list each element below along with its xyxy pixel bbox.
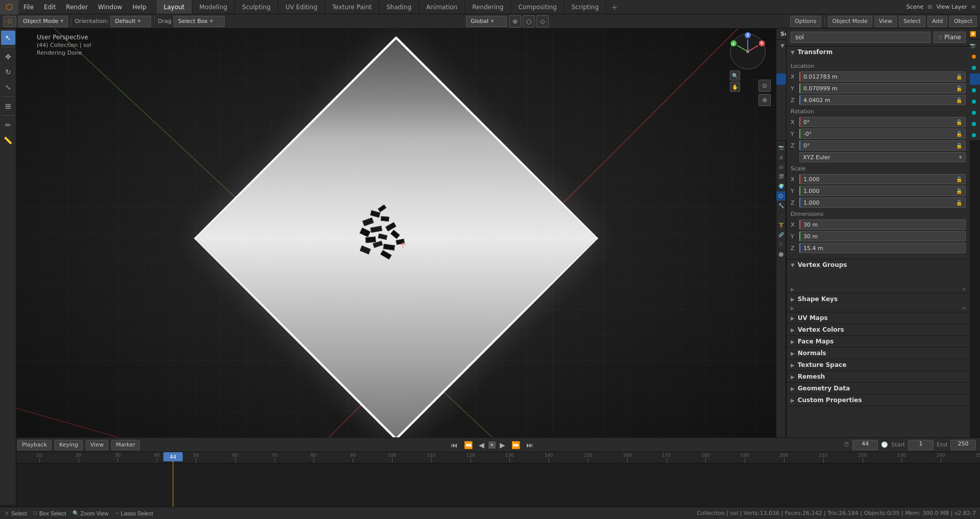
vis-render-icon[interactable]: 📷 — [969, 42, 976, 49]
location-y-field[interactable]: 0.070999 m 🔓 — [799, 83, 966, 93]
prop-icon-material[interactable]: ⬤ — [776, 250, 786, 259]
prop-icon-modifier[interactable]: 🔧 — [776, 201, 786, 210]
add-btn[interactable]: Add — [927, 16, 947, 27]
end-field[interactable]: 250 — [950, 440, 976, 450]
geometry-data-header[interactable]: ▶ Geometry Data — [787, 383, 970, 394]
prop-icon-render[interactable]: 📷 — [776, 143, 786, 152]
tab-animation[interactable]: Animation — [419, 0, 465, 14]
object-mode-tab[interactable]: Object Mode — [828, 16, 872, 27]
stop-btn[interactable]: ■ — [488, 441, 496, 449]
prop-icon-viewlayer[interactable]: 🗂 — [776, 162, 786, 171]
move-tool-btn[interactable]: ✥ — [1, 50, 15, 64]
prop-icon-scene[interactable]: 🎬 — [776, 172, 786, 181]
vertex-groups-header[interactable]: ▼ Vertex Groups — [787, 259, 970, 270]
custom-props-header[interactable]: ▶ Custom Properties — [787, 394, 970, 406]
dimension-y-field[interactable]: 30 m — [799, 231, 966, 241]
menu-help[interactable]: Help — [127, 0, 151, 14]
uv-maps-header[interactable]: ▶ UV Maps — [787, 312, 970, 324]
orientation-dropdown[interactable]: Default ▼ — [110, 16, 151, 27]
measure-tool-btn[interactable]: 📏 — [1, 133, 15, 147]
blender-icon-btn[interactable]: ⬡ — [3, 16, 16, 27]
current-frame-field[interactable]: 44 — [852, 440, 878, 450]
dimension-z-field[interactable]: 15.4 m — [799, 243, 966, 253]
menu-file[interactable]: File — [18, 0, 39, 14]
options-btn[interactable]: Options — [790, 16, 821, 27]
tab-rendering[interactable]: Rendering — [465, 0, 511, 14]
timeline-ruler[interactable]: 0102030405060708090100110120130140150160… — [0, 452, 980, 463]
prop-icon-output[interactable]: 🖨 — [776, 153, 786, 162]
scale-z-field[interactable]: 1.000 🔓 — [799, 197, 966, 208]
scale-x-field[interactable]: 1.000 🔓 — [799, 174, 966, 184]
start-field[interactable]: 1 — [908, 440, 934, 450]
proportional-btn[interactable]: ○ — [523, 15, 535, 28]
mesh-name-field[interactable]: ▽ Plane — [934, 32, 966, 43]
playback-btn[interactable]: Playback — [17, 440, 52, 450]
tab-modeling[interactable]: Modeling — [192, 0, 235, 14]
view-btn-timeline[interactable]: View — [86, 440, 108, 450]
rotation-mode-dropdown[interactable]: XYZ Euler ▼ — [799, 152, 966, 162]
filter-icon[interactable]: 🔽 — [970, 31, 976, 37]
vg-options-icon[interactable]: ≡ — [962, 287, 966, 292]
zoom-status-btn[interactable]: Zoom View — [81, 510, 109, 516]
shape-keys-header[interactable]: ▶ Shape Keys — [787, 293, 970, 305]
rotation-y-field[interactable]: -0° 🔓 — [799, 129, 966, 139]
tab-sculpting[interactable]: Sculpting — [235, 0, 278, 14]
mode-dropdown[interactable]: Object Mode ▼ — [18, 16, 68, 27]
normals-header[interactable]: ▶ Normals — [787, 348, 970, 359]
jump-end-btn[interactable]: ⏭ — [524, 441, 535, 449]
rotation-x-field[interactable]: 0° 🔓 — [799, 117, 966, 127]
add-workspace-button[interactable]: + — [606, 0, 623, 14]
zoom-gizmo-btn[interactable]: 🔍 — [730, 70, 740, 81]
object-btn[interactable]: Object — [949, 16, 977, 27]
scale-y-field[interactable]: 1.000 🔓 — [799, 186, 966, 196]
texture-space-header[interactable]: ▶ Texture Space — [787, 359, 970, 370]
viewport-3d[interactable]: User Perspective (44) Collection | sol R… — [16, 29, 776, 437]
select-box-dropdown[interactable]: Select Box ▼ — [174, 16, 225, 27]
location-x-field[interactable]: 0.012783 m 🔓 — [799, 71, 966, 82]
annotate-tool-btn[interactable]: ✏ — [1, 118, 15, 132]
prop-icon-constraints[interactable]: 🔗 — [776, 230, 786, 239]
rotation-z-field[interactable]: 0° 🔓 — [799, 140, 966, 151]
lasso-status-btn[interactable]: Lasso Select — [121, 510, 153, 516]
tab-uv-editing[interactable]: UV Editing — [278, 0, 325, 14]
box-select-status-btn[interactable]: Box Select — [39, 510, 66, 516]
prop-icon-physics[interactable]: 🏋 — [776, 220, 786, 230]
menu-window[interactable]: Window — [93, 0, 127, 14]
jump-start-btn[interactable]: ⏮ — [449, 441, 460, 449]
rotate-tool-btn[interactable]: ↻ — [1, 65, 15, 79]
gizmo-toggle[interactable]: ⊛ — [758, 94, 771, 106]
snap-btn[interactable]: ⊕ — [509, 15, 521, 28]
navigation-gizmo[interactable]: Z X Y 🔍 ✋ — [730, 34, 771, 75]
sk-expand-icon[interactable]: ▶ — [791, 306, 794, 311]
vertex-colors-header[interactable]: ▶ Vertex Colors — [787, 324, 970, 335]
remesh-header[interactable]: ▶ Remesh — [787, 371, 970, 382]
select-btn[interactable]: Select — [899, 16, 925, 27]
marker-btn[interactable]: Marker — [111, 440, 140, 450]
pan-gizmo-btn[interactable]: ✋ — [730, 82, 740, 92]
vg-expand-icon[interactable]: ▶ — [791, 287, 794, 292]
transform-pivot-btn[interactable]: ◇ — [536, 15, 549, 28]
menu-edit[interactable]: Edit — [39, 0, 61, 14]
select-tool-btn[interactable]: ↖ — [1, 31, 15, 45]
tab-layout[interactable]: Layout — [157, 0, 192, 14]
tab-shading[interactable]: Shading — [379, 0, 419, 14]
tab-scripting[interactable]: Scripting — [565, 0, 606, 14]
overlay-toggle[interactable]: ⊙ — [758, 80, 771, 92]
prop-icon-data[interactable]: ▽ — [776, 240, 786, 249]
tab-texture-paint[interactable]: Texture Paint — [325, 0, 379, 14]
face-maps-header[interactable]: ▶ Face Maps — [787, 336, 970, 347]
transform-section-header[interactable]: ▼ Transform — [787, 46, 970, 58]
step-back-btn[interactable]: ⏪ — [462, 441, 475, 449]
keying-btn[interactable]: Keying — [55, 440, 83, 450]
location-z-field[interactable]: 4.0402 m 🔓 — [799, 95, 966, 105]
dimension-x-field[interactable]: 30 m — [799, 219, 966, 230]
transform-tool-btn[interactable]: ⊞ — [1, 99, 15, 113]
prop-icon-particles[interactable]: ⋰ — [776, 211, 786, 220]
menu-render[interactable]: Render — [61, 0, 93, 14]
prop-icon-object[interactable]: ⬡ — [776, 191, 786, 201]
gizmo-circle[interactable]: Z X Y — [730, 34, 766, 69]
pivot-dropdown[interactable]: Global ▼ — [466, 16, 507, 27]
play-btn[interactable]: ▶ — [498, 441, 507, 449]
view-btn[interactable]: View — [874, 16, 897, 27]
scale-tool-btn[interactable]: ⤡ — [1, 80, 15, 94]
